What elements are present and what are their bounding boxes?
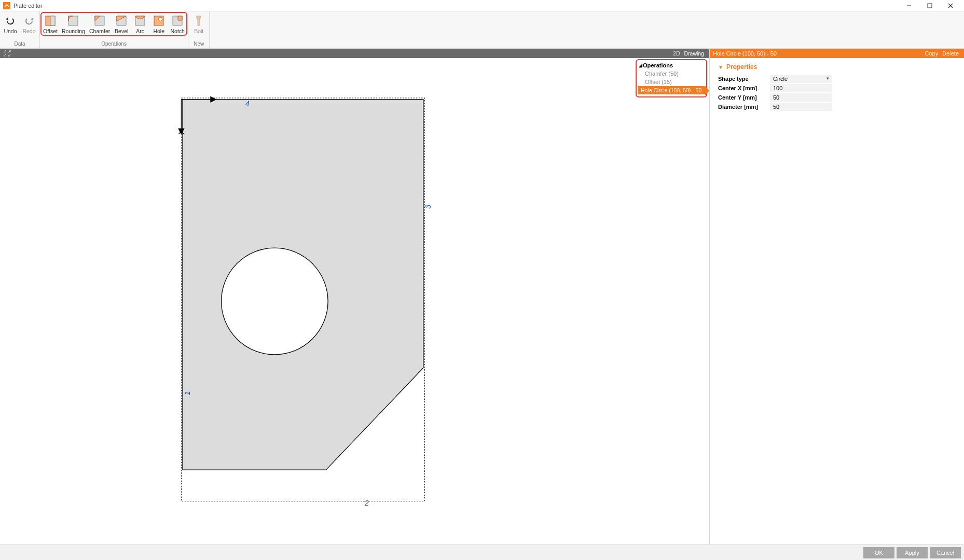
canvas-header: ↗ ↗↙ ↙ 2D Drawing — [0, 49, 709, 58]
content-row: ↗ ↗↙ ↙ 2D Drawing — [0, 49, 964, 544]
prop-row-diameter: Diameter [mm] 50 — [718, 103, 956, 111]
collapse-icon: ◢ — [638, 63, 643, 68]
minimize-button[interactable] — [899, 0, 919, 11]
title-bar: Plate editor — [0, 0, 964, 11]
mode-drawing[interactable]: Drawing — [682, 50, 706, 57]
hole-icon — [153, 15, 165, 27]
group-label-operations: Operations — [101, 41, 127, 47]
properties-header: Hole Circle (100, 50) - 50 Copy Delete — [710, 49, 964, 58]
notch-icon — [171, 15, 184, 27]
canvas-body[interactable]: 1 2 3 4 ◢ Operations Chamfer (50) Offset… — [0, 58, 709, 544]
svg-rect-1 — [928, 4, 932, 8]
arc-icon — [134, 15, 146, 27]
app-icon — [3, 2, 10, 9]
hole-label: Hole — [153, 28, 164, 34]
svg-point-11 — [222, 248, 328, 355]
arc-label: Arc — [136, 28, 144, 34]
footer: OK Apply Cancel — [0, 544, 964, 560]
operations-tree-title: Operations — [643, 62, 673, 68]
mode-2d[interactable]: 2D — [671, 50, 682, 57]
prop-value-center-y[interactable]: 50 — [770, 93, 832, 102]
ribbon-group-operations: Offset Rounding Chamfer Bevel Arc Hole — [40, 11, 188, 48]
properties-header-title: Hole Circle (100, 50) - 50 — [713, 50, 777, 57]
properties-section-title[interactable]: ▼ Properties — [718, 63, 956, 71]
prop-value-center-x[interactable]: 100 — [770, 84, 832, 92]
undo-label: Undo — [4, 28, 17, 34]
bevel-button[interactable]: Bevel — [112, 13, 131, 36]
chamfer-label: Chamfer — [89, 28, 110, 34]
redo-button[interactable]: Redo — [20, 13, 38, 36]
offset-button[interactable]: Offset — [41, 13, 60, 36]
prop-label-center-y: Center Y [mm] — [718, 94, 770, 101]
operations-tree: ◢ Operations Chamfer (50) Offset (15) Ho… — [636, 59, 707, 97]
chamfer-button[interactable]: Chamfer — [87, 13, 112, 36]
dim-1: 1 — [183, 391, 191, 395]
window-title: Plate editor — [13, 3, 43, 9]
dim-4: 4 — [245, 100, 250, 108]
prop-row-center-x: Center X [mm] 100 — [718, 84, 956, 92]
apply-button[interactable]: Apply — [897, 547, 928, 558]
dim-3: 3 — [424, 204, 432, 208]
undo-icon — [4, 15, 17, 27]
ribbon-group-data: Undo Redo Data — [0, 11, 40, 48]
redo-icon — [23, 15, 35, 27]
prop-value-diameter[interactable]: 50 — [770, 103, 832, 111]
prop-row-shape-type: Shape type Circle — [718, 75, 956, 83]
redo-label: Redo — [22, 28, 35, 34]
canvas-column: ↗ ↗↙ ↙ 2D Drawing — [0, 49, 710, 544]
prop-value-shape-type[interactable]: Circle — [770, 75, 832, 83]
undo-button[interactable]: Undo — [1, 13, 20, 36]
notch-label: Notch — [171, 28, 185, 34]
plate-drawing: 1 2 3 4 — [0, 58, 709, 544]
svg-rect-8 — [197, 16, 201, 18]
delete-link[interactable]: Delete — [940, 50, 961, 57]
operations-item-hole[interactable]: Hole Circle (100, 50) - 50 — [638, 86, 705, 94]
bolt-button[interactable]: Bolt — [189, 13, 208, 36]
bolt-label: Bolt — [194, 28, 203, 34]
copy-link[interactable]: Copy — [923, 50, 941, 57]
group-label-data: Data — [14, 41, 25, 47]
ok-button[interactable]: OK — [863, 547, 894, 558]
section-collapse-icon: ▼ — [718, 64, 723, 70]
operations-item-chamfer[interactable]: Chamfer (50) — [638, 69, 705, 78]
svg-rect-9 — [198, 18, 200, 25]
operations-item-offset[interactable]: Offset (15) — [638, 78, 705, 86]
ribbon-group-new: Bolt New — [188, 11, 210, 48]
operations-tree-header[interactable]: ◢ Operations — [638, 61, 705, 69]
arc-button[interactable]: Arc — [131, 13, 149, 36]
prop-row-center-y: Center Y [mm] 50 — [718, 93, 956, 102]
properties-body: ▼ Properties Shape type Circle Center X … — [710, 58, 964, 117]
rounding-button[interactable]: Rounding — [60, 13, 87, 36]
svg-point-7 — [159, 18, 162, 21]
properties-section-label: Properties — [726, 63, 757, 71]
close-button[interactable] — [940, 0, 961, 11]
notch-button[interactable]: Notch — [168, 13, 187, 36]
hole-button[interactable]: Hole — [149, 13, 168, 36]
offset-label: Offset — [43, 28, 58, 34]
rounding-icon — [67, 15, 79, 27]
group-label-new: New — [194, 41, 204, 47]
offset-icon — [44, 15, 57, 27]
chamfer-icon — [93, 15, 106, 27]
prop-label-center-x: Center X [mm] — [718, 85, 770, 91]
properties-column: Hole Circle (100, 50) - 50 Copy Delete ▼… — [710, 49, 964, 544]
maximize-button[interactable] — [919, 0, 940, 11]
svg-rect-6 — [154, 16, 163, 25]
rounding-label: Rounding — [62, 28, 85, 34]
prop-label-shape-type: Shape type — [718, 76, 770, 82]
cancel-button[interactable]: Cancel — [930, 547, 961, 558]
svg-rect-5 — [50, 16, 55, 25]
expand-icon[interactable]: ↗ ↗↙ ↙ — [3, 50, 11, 57]
bevel-label: Bevel — [115, 28, 128, 34]
bolt-icon — [192, 15, 205, 27]
prop-label-diameter: Diameter [mm] — [718, 104, 770, 110]
ribbon: Undo Redo Data Offset Rounding Chamfer — [0, 11, 964, 49]
dim-2: 2 — [364, 499, 369, 507]
bevel-icon — [115, 15, 128, 27]
